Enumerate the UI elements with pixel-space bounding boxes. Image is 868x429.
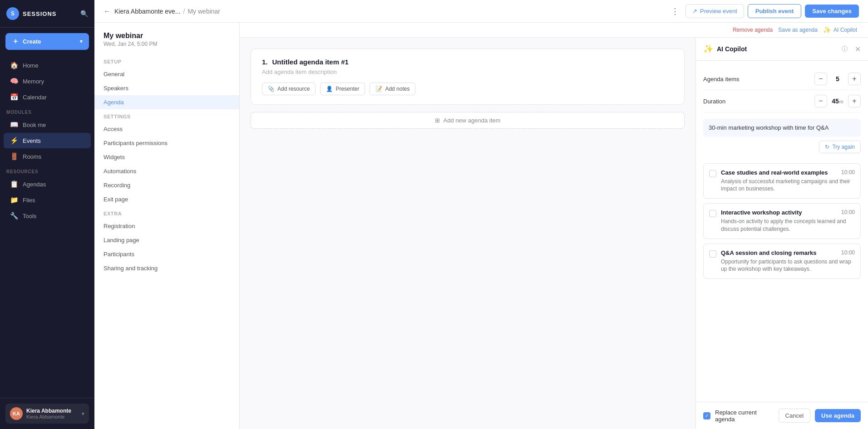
user-info: Kiera Abbamonte Kiera Abbamonte [26, 408, 78, 419]
sidebar-footer: KA Kiera Abbamonte Kiera Abbamonte ▾ [0, 398, 94, 429]
search-icon[interactable]: 🔍 [80, 10, 88, 17]
left-panel: My webinar Wed, Jan 24, 5:00 PM Setup Ge… [94, 23, 240, 429]
preview-event-button[interactable]: ↗ Preview event [686, 4, 744, 18]
book-me-icon: 📖 [10, 121, 18, 129]
panel-nav-landing-page[interactable]: Landing page [94, 233, 239, 247]
files-icon: 📁 [10, 196, 18, 204]
ai-item-header-qa-session: Q&A session and closing remarks 10:00 [721, 249, 855, 256]
agenda-item-description[interactable]: Add agenda item description [262, 68, 673, 75]
ai-copilot-panel: ✨ AI Copilot ⓘ ✕ Agenda items − 5 + [695, 38, 868, 429]
ai-item-content-qa-session: Q&A session and closing remarks 10:00 Op… [721, 249, 855, 273]
info-icon[interactable]: ⓘ [842, 45, 848, 53]
agenda-item-actions: 📎 Add resource 👤 Presenter 📝 Add notes [262, 83, 673, 95]
more-options-button[interactable]: ⋮ [668, 5, 682, 18]
agenda-items-label: Agenda items [703, 76, 810, 83]
rooms-icon: 🚪 [10, 152, 18, 161]
breadcrumb: Kiera Abbamonte eve... / My webinar [114, 8, 220, 15]
duration-control: Duration − 45m + [703, 90, 861, 112]
resource-icon: 📎 [268, 86, 275, 92]
replace-current-label: Replace current agenda [715, 409, 774, 423]
ai-panel-title: AI Copilot [717, 45, 838, 53]
presenter-button[interactable]: 👤 Presenter [320, 83, 365, 95]
ai-prompt-box[interactable]: 30-min marketing workshop with time for … [703, 119, 861, 137]
topbar: ← Kiera Abbamonte eve... / My webinar ⋮ … [94, 0, 868, 23]
duration-decrement-button[interactable]: − [814, 95, 827, 107]
agenda-items-increment-button[interactable]: + [848, 73, 861, 85]
panel-nav-automations[interactable]: Automations [94, 164, 239, 178]
panel-nav-exit-page[interactable]: Exit page [94, 192, 239, 206]
cancel-agenda-button[interactable]: Cancel [779, 409, 810, 423]
add-new-agenda-item-button[interactable]: ⊞ Add new agenda item [251, 112, 685, 129]
sidebar-item-agendas[interactable]: 📋 Agendas [4, 176, 91, 192]
ai-item-checkbox-qa-session[interactable] [709, 250, 716, 258]
ai-item-header-case-studies: Case studies and real-world examples 10:… [721, 169, 855, 176]
agenda-item-title[interactable]: Untitled agenda item #1 [272, 58, 349, 66]
ai-item-content-case-studies: Case studies and real-world examples 10:… [721, 169, 855, 193]
avatar: KA [10, 407, 23, 420]
tools-icon: 🔧 [10, 212, 18, 220]
breadcrumb-parent[interactable]: Kiera Abbamonte eve... [114, 8, 181, 15]
panel-nav-widgets[interactable]: Widgets [94, 150, 239, 164]
user-name: Kiera Abbamonte [26, 408, 78, 414]
refresh-icon: ↻ [825, 144, 829, 150]
ai-agenda-item-qa-session: Q&A session and closing remarks 10:00 Op… [703, 244, 861, 279]
sidebar-item-rooms[interactable]: 🚪 Rooms [4, 149, 91, 164]
sidebar-item-home[interactable]: 🏠 Home [4, 58, 91, 73]
sidebar-item-memory[interactable]: 🧠 Memory [4, 73, 91, 89]
sidebar-header: S SESSIONS 🔍 [0, 0, 94, 28]
sidebar-item-calendar[interactable]: 📅 Calendar [4, 89, 91, 105]
panel-nav-recording[interactable]: Recording [94, 178, 239, 192]
save-as-agenda-button[interactable]: Save as agenda [778, 27, 818, 33]
panel-nav-participants-permissions[interactable]: Participants permissions [94, 136, 239, 150]
duration-increment-button[interactable]: + [848, 95, 861, 107]
replace-current-checkbox[interactable]: ✓ [703, 412, 710, 419]
add-notes-button[interactable]: 📝 Add notes [370, 83, 415, 95]
sidebar-item-book-me[interactable]: 📖 Book me [4, 117, 91, 132]
ai-item-desc-case-studies: Analysis of successful marketing campaig… [721, 178, 855, 193]
agenda-items-decrement-button[interactable]: − [814, 73, 827, 85]
user-menu-button[interactable]: KA Kiera Abbamonte Kiera Abbamonte ▾ [5, 404, 89, 424]
panel-nav-speakers[interactable]: Speakers [94, 81, 239, 95]
save-changes-button[interactable]: Save changes [805, 5, 859, 18]
panel-nav-participants[interactable]: Participants [94, 247, 239, 261]
ai-agenda-item-interactive-workshop: Interactive workshop activity 10:00 Hand… [703, 203, 861, 239]
ai-item-title-qa-session: Q&A session and closing remarks [721, 249, 816, 256]
ai-item-time-case-studies: 10:00 [841, 169, 855, 176]
ai-item-time-interactive-workshop: 10:00 [841, 209, 855, 215]
content-area: My webinar Wed, Jan 24, 5:00 PM Setup Ge… [94, 23, 868, 429]
app-logo: S [6, 7, 19, 20]
center-panel: 1. Untitled agenda item #1 Add agenda it… [240, 38, 695, 429]
breadcrumb-current: My webinar [187, 8, 220, 15]
panel-nav-registration[interactable]: Registration [94, 219, 239, 233]
ai-item-title-case-studies: Case studies and real-world examples [721, 169, 828, 176]
create-button[interactable]: ＋ Create ▾ [5, 33, 89, 50]
back-button[interactable]: ← [104, 7, 111, 15]
sidebar-item-files[interactable]: 📁 Files [4, 192, 91, 208]
panel-nav-sharing-and-tracking[interactable]: Sharing and tracking [94, 261, 239, 275]
ai-item-content-interactive-workshop: Interactive workshop activity 10:00 Hand… [721, 209, 855, 233]
modules-label: Modules [0, 105, 94, 117]
sidebar-item-events[interactable]: ⚡ Events [4, 133, 91, 148]
panel-nav-general[interactable]: General [94, 67, 239, 81]
add-resource-button[interactable]: 📎 Add resource [262, 83, 316, 95]
user-sub: Kiera Abbamonte [26, 414, 78, 419]
try-again-button[interactable]: ↻ Try again [819, 141, 861, 153]
calendar-icon: 📅 [10, 93, 18, 101]
ai-agenda-item-case-studies: Case studies and real-world examples 10:… [703, 163, 861, 199]
publish-event-button[interactable]: Publish event [748, 4, 802, 18]
remove-agenda-button[interactable]: Remove agenda [733, 27, 773, 33]
ai-panel-icon: ✨ [703, 44, 713, 54]
duration-stepper: − 45m + [814, 95, 861, 107]
ai-item-checkbox-interactive-workshop[interactable] [709, 210, 716, 217]
chevron-down-icon: ▾ [80, 39, 83, 44]
ai-copilot-button[interactable]: ✨ AI Copilot [823, 26, 857, 34]
use-agenda-button[interactable]: Use agenda [815, 409, 861, 422]
ai-item-checkbox-case-studies[interactable] [709, 170, 716, 177]
sidebar-nav: 🏠 Home 🧠 Memory 📅 Calendar Modules 📖 Boo… [0, 54, 94, 398]
panel-nav-agenda[interactable]: Agenda [94, 95, 239, 109]
close-button[interactable]: ✕ [855, 45, 861, 54]
panel-nav-access[interactable]: Access [94, 122, 239, 136]
agenda-items-control: Agenda items − 5 + [703, 68, 861, 90]
agenda-items-value: 5 [831, 75, 844, 83]
sidebar-item-tools[interactable]: 🔧 Tools [4, 208, 91, 224]
